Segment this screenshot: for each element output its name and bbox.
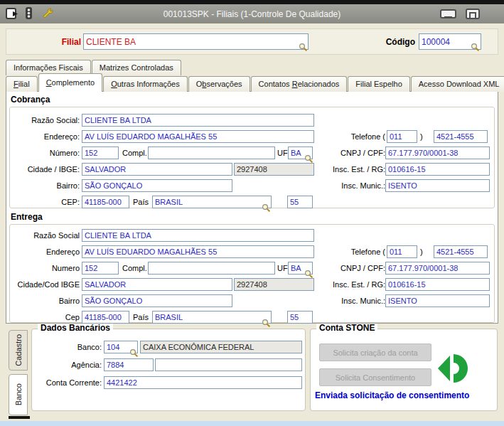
window-bottom-edge [0, 421, 504, 426]
cob-telefone-num-input[interactable] [434, 130, 488, 143]
cobranca-title: Cobrança [11, 95, 50, 105]
dados-bancarios-title: Dados Bancários [38, 323, 113, 333]
filial-label: Filial [28, 36, 81, 48]
cob-numero-input[interactable] [82, 147, 119, 159]
lookup-icon[interactable] [262, 318, 271, 327]
agencia-label: Agência: [35, 358, 102, 371]
ent-telefone-close: ) [420, 245, 426, 258]
cob-telefone-close: ) [420, 130, 426, 143]
cob-pais-cod-input[interactable] [287, 196, 313, 208]
cob-compl-label: Compl. [122, 147, 148, 159]
cob-telefone-label: Telefone ( [291, 130, 385, 143]
cob-razao-input[interactable] [82, 114, 314, 127]
ent-numero-input[interactable] [82, 262, 119, 275]
side-tab-banco[interactable]: Banco [9, 374, 28, 415]
cob-cnpj-input[interactable] [385, 147, 490, 159]
cob-insc-mun-label: Insc. Munic.: [291, 179, 385, 192]
cob-cidade-label: Cidade / IBGE: [10, 163, 80, 176]
ent-bairro-label: Bairro [10, 294, 80, 307]
cob-bairro-label: Bairro: [10, 179, 80, 192]
tab-filial[interactable]: Filial [6, 76, 38, 92]
cob-insc-est-input[interactable] [385, 163, 490, 176]
tab-complemento[interactable]: Complemento [38, 73, 103, 92]
header-panel: Filial Código [6, 28, 498, 55]
ent-compl-label: Compl. [122, 262, 148, 275]
ent-compl-input[interactable] [148, 262, 275, 275]
minimize-button[interactable] [440, 9, 456, 18]
cob-insc-est-label: Insc. Est. / RG: [291, 163, 385, 176]
app-window: 001013SPK - Filiais (1-Controle De Quali… [0, 0, 504, 426]
ent-cidade-input[interactable] [82, 278, 232, 291]
cob-cep-label: CEP: [10, 196, 80, 208]
tab-matrizes-controladas[interactable]: Matrizes Controladas [92, 60, 181, 75]
cob-numero-label: Número: [10, 147, 80, 159]
tab-observacoes[interactable]: Observações [188, 76, 250, 92]
lookup-icon[interactable] [129, 348, 139, 357]
solicita-consentimento-button[interactable]: Solicita Consentimento [319, 368, 431, 386]
ent-endereco-label: Endereço [10, 245, 80, 258]
titlebar: 001013SPK - Filiais (1-Controle De Quali… [0, 4, 504, 23]
lookup-icon[interactable] [304, 269, 313, 278]
tab-filial-espelho[interactable]: Filial Espelho [348, 76, 409, 92]
window-title: 001013SPK - Filiais (1-Controle De Quali… [0, 9, 504, 19]
lookup-icon[interactable] [299, 42, 308, 51]
tabrow-detail: Filial Complemento Outras Informações Ob… [6, 74, 504, 92]
ent-insc-est-label: Insc. Est. / RG: [291, 278, 385, 291]
ent-telefone-ddd-input[interactable] [387, 245, 417, 258]
ent-cnpj-input[interactable] [385, 262, 490, 275]
tab-outras-informacoes[interactable]: Outras Informações [103, 76, 188, 92]
stone-status-text: Enviada solicitação de consentimento [315, 390, 469, 400]
entrega-group: Razão Social Endereço Telefone ( ) Numer… [9, 224, 495, 323]
maximize-button[interactable] [466, 9, 480, 19]
tab-contatos-relacionados[interactable]: Contatos Relacionados [251, 76, 348, 92]
cob-pais-label: País [133, 196, 151, 208]
banco-nome-field [140, 341, 302, 353]
cob-cidade-input[interactable] [82, 163, 232, 176]
ent-bairro-input[interactable] [82, 294, 232, 307]
conta-corrente-input[interactable] [104, 376, 302, 389]
codigo-label: Código [358, 36, 415, 48]
ent-insc-est-input[interactable] [385, 278, 490, 291]
ent-cep-label: Cep [10, 311, 80, 324]
cobranca-group: Razão Social: Endereço: Telefone ( ) Núm… [9, 107, 495, 208]
ent-insc-mun-label: Insc. Munic.: [291, 294, 385, 307]
cob-cep-input[interactable] [82, 196, 129, 208]
agencia-extra-input[interactable] [155, 358, 302, 371]
ent-pais-cod-input[interactable] [287, 311, 313, 324]
cob-uf-label: UF [277, 147, 289, 159]
lookup-icon[interactable] [304, 154, 313, 163]
lookup-icon[interactable] [471, 42, 480, 51]
stone-logo-icon [436, 351, 470, 389]
ent-endereco-input[interactable] [82, 245, 314, 258]
cob-compl-input[interactable] [148, 147, 275, 159]
ent-cep-input[interactable] [82, 311, 129, 324]
ent-insc-mun-input[interactable] [385, 294, 490, 307]
entrega-title: Entrega [11, 212, 43, 222]
ent-uf-label: UF [277, 262, 289, 275]
cob-telefone-ddd-input[interactable] [387, 130, 417, 143]
complemento-tab-page: Cobrança Razão Social: Endereço: Telefon… [6, 91, 498, 324]
lookup-icon[interactable] [262, 203, 271, 212]
cob-pais-input[interactable] [152, 196, 272, 208]
ent-numero-label: Numero [10, 262, 80, 275]
cob-bairro-input[interactable] [82, 179, 232, 192]
ent-razao-label: Razão Social [10, 229, 80, 242]
ent-telefone-label: Telefone ( [291, 245, 385, 258]
active-tab-marker [9, 416, 30, 419]
cob-endereco-label: Endereço: [10, 130, 80, 143]
ent-cidade-label: Cidade/Cod IBGE [10, 278, 80, 291]
cob-razao-label: Razão Social: [10, 114, 80, 127]
banco-label: Banco: [35, 341, 102, 353]
solicita-criacao-button[interactable]: Solicita criação da conta [319, 344, 431, 361]
filial-input[interactable] [83, 33, 309, 50]
cob-insc-mun-input[interactable] [385, 179, 490, 192]
conta-stone-title: Conta STONE [316, 323, 377, 333]
ent-pais-input[interactable] [152, 311, 272, 324]
agencia-input[interactable] [104, 358, 154, 371]
ent-telefone-num-input[interactable] [434, 245, 488, 258]
cob-endereco-input[interactable] [82, 130, 314, 143]
tab-acesso-download-xml[interactable]: Acesso Download XML [411, 76, 504, 92]
side-tab-cadastro[interactable]: Cadastro [9, 330, 28, 371]
dados-bancarios-group: Dados Bancários Banco: Agência: Conta Co… [31, 329, 306, 411]
ent-razao-input[interactable] [82, 229, 314, 242]
